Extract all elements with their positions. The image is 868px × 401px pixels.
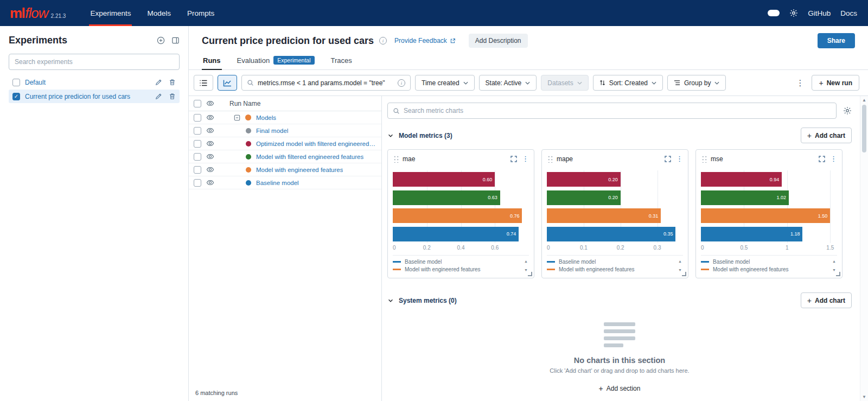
new-run-button[interactable]: +New run: [812, 75, 859, 91]
legend-scroll-down-icon[interactable]: ▼: [678, 268, 682, 272]
run-checkbox[interactable]: [194, 127, 201, 135]
legend-item[interactable]: Baseline model: [701, 259, 832, 265]
group-checkbox[interactable]: [194, 114, 201, 122]
scroll-up-icon[interactable]: ▲: [860, 98, 868, 103]
experiment-item-default[interactable]: Default: [9, 75, 180, 89]
nav-item-prompts[interactable]: Prompts: [179, 0, 222, 26]
chart-resize-handle[interactable]: [528, 272, 532, 276]
edit-experiment-icon[interactable]: [155, 93, 162, 100]
add-experiment-icon[interactable]: [157, 36, 165, 44]
drag-handle-icon[interactable]: [547, 155, 553, 163]
delete-experiment-icon[interactable]: [169, 79, 176, 86]
add-description-button[interactable]: Add Description: [469, 34, 528, 48]
add-section-button[interactable]: +Add section: [387, 378, 852, 401]
bar-model-with-engineered-features[interactable]: 0.31: [547, 208, 661, 223]
collapse-sidebar-icon[interactable]: [171, 36, 180, 44]
legend-scroll-down-icon[interactable]: ▼: [524, 268, 528, 272]
nav-link-docs[interactable]: Docs: [840, 9, 857, 17]
delete-experiment-icon[interactable]: [169, 93, 176, 100]
bar-baseline-model[interactable]: 1.18: [701, 227, 802, 241]
settings-gear-icon[interactable]: [789, 9, 798, 17]
add-chart-button[interactable]: +Add chart: [801, 128, 852, 143]
nav-link-github[interactable]: GitHub: [808, 9, 831, 17]
metric-charts-search-input[interactable]: [404, 107, 831, 114]
group-name-link[interactable]: Models: [256, 114, 276, 121]
collapse-group-icon[interactable]: [234, 114, 240, 121]
legend-item[interactable]: Model with engineered features: [701, 266, 832, 272]
expand-chart-icon[interactable]: [665, 156, 671, 162]
chart-resize-handle[interactable]: [682, 272, 686, 276]
nav-item-experiments[interactable]: Experiments: [82, 0, 139, 26]
chart-menu-icon[interactable]: ⋮: [830, 155, 837, 162]
bar-model-with-filtered-engineered-features[interactable]: 0.20: [547, 190, 621, 205]
run-name-link[interactable]: Model with filtered engineered features: [256, 154, 363, 160]
legend-scroll-up-icon[interactable]: ▲: [832, 259, 836, 263]
bar-optimized-model-with-filtered-engineered-features[interactable]: 0.60: [393, 172, 495, 187]
tab-traces[interactable]: Traces: [330, 52, 353, 69]
experiments-search-input[interactable]: [9, 54, 180, 70]
charts-settings-gear-icon[interactable]: [843, 106, 852, 115]
bar-baseline-model[interactable]: 0.35: [547, 227, 675, 241]
run-name-link[interactable]: Model with engineered features: [256, 167, 343, 173]
experiment-checkbox[interactable]: [12, 79, 20, 86]
legend-scroll-up-icon[interactable]: ▲: [678, 259, 682, 263]
search-info-icon[interactable]: i: [398, 79, 405, 87]
experiment-info-icon[interactable]: i: [379, 37, 387, 44]
experiment-checkbox[interactable]: ✓: [12, 93, 20, 100]
run-name-link[interactable]: Final model: [256, 128, 288, 134]
experiment-item-current-price-predicion-for-used-cars[interactable]: ✓Current price predicion for used cars: [9, 90, 180, 103]
bar-model-with-engineered-features[interactable]: 0.76: [393, 208, 522, 223]
filter-time-created[interactable]: Time created: [415, 75, 475, 91]
expand-chart-icon[interactable]: [819, 156, 825, 162]
group-visibility-eye-icon[interactable]: [206, 113, 214, 122]
run-name-link[interactable]: Baseline model: [256, 180, 299, 186]
run-checkbox[interactable]: [194, 153, 201, 161]
run-checkbox[interactable]: [194, 179, 201, 187]
tab-runs[interactable]: Runs: [202, 52, 222, 69]
run-visibility-eye-icon[interactable]: [206, 126, 214, 135]
add-chart-button[interactable]: +Add chart: [801, 292, 852, 308]
visibility-all-eye-icon[interactable]: [206, 99, 214, 107]
tab-evaluation[interactable]: EvaluationExperimental: [236, 52, 316, 69]
chart-menu-icon[interactable]: ⋮: [522, 155, 529, 162]
run-visibility-eye-icon[interactable]: [206, 139, 214, 148]
edit-experiment-icon[interactable]: [155, 79, 162, 86]
filter-state-active[interactable]: State: Active: [479, 75, 537, 91]
toolbar-menu-icon[interactable]: ⋮: [793, 78, 807, 88]
expand-chart-icon[interactable]: [510, 156, 517, 162]
bar-model-with-filtered-engineered-features[interactable]: 0.63: [393, 190, 500, 205]
bar-baseline-model[interactable]: 0.74: [393, 227, 519, 241]
list-view-button[interactable]: [194, 75, 213, 91]
chart-view-button[interactable]: [218, 75, 237, 91]
chart-resize-handle[interactable]: [836, 272, 840, 276]
theme-toggle-icon[interactable]: [768, 10, 780, 16]
chart-menu-icon[interactable]: ⋮: [676, 155, 683, 162]
nav-item-models[interactable]: Models: [139, 0, 179, 26]
mlflow-logo[interactable]: mlflow2.21.3: [10, 6, 66, 20]
select-all-checkbox[interactable]: [194, 100, 201, 107]
collapse-section-icon[interactable]: [387, 132, 394, 139]
scrollbar-thumb[interactable]: [862, 105, 866, 152]
bar-model-with-engineered-features[interactable]: 1.50: [701, 208, 830, 223]
collapse-section-icon[interactable]: [387, 297, 394, 304]
bar-optimized-model-with-filtered-engineered-features[interactable]: 0.20: [547, 172, 621, 187]
bar-optimized-model-with-filtered-engineered-features[interactable]: 0.94: [701, 172, 782, 187]
legend-item[interactable]: Model with engineered features: [547, 266, 678, 272]
drag-handle-icon[interactable]: [701, 155, 707, 163]
filter-sort-created[interactable]: Sort: Created: [593, 75, 663, 91]
run-checkbox[interactable]: [194, 140, 201, 148]
run-visibility-eye-icon[interactable]: [206, 152, 214, 161]
run-visibility-eye-icon[interactable]: [206, 179, 214, 187]
share-button[interactable]: Share: [818, 33, 855, 48]
legend-item[interactable]: Baseline model: [393, 259, 524, 265]
run-name-link[interactable]: Optimized model with filtered engineered…: [256, 141, 376, 147]
legend-item[interactable]: Model with engineered features: [393, 266, 524, 272]
run-checkbox[interactable]: [194, 166, 201, 174]
scroll-down-icon[interactable]: ▼: [860, 394, 868, 399]
legend-scroll-up-icon[interactable]: ▲: [524, 259, 528, 263]
run-visibility-eye-icon[interactable]: [206, 166, 214, 174]
filter-group-by[interactable]: Group by: [667, 75, 726, 91]
charts-scrollbar[interactable]: ▲ ▼: [860, 96, 868, 401]
drag-handle-icon[interactable]: [393, 155, 399, 163]
runs-search-input[interactable]: [258, 79, 394, 87]
